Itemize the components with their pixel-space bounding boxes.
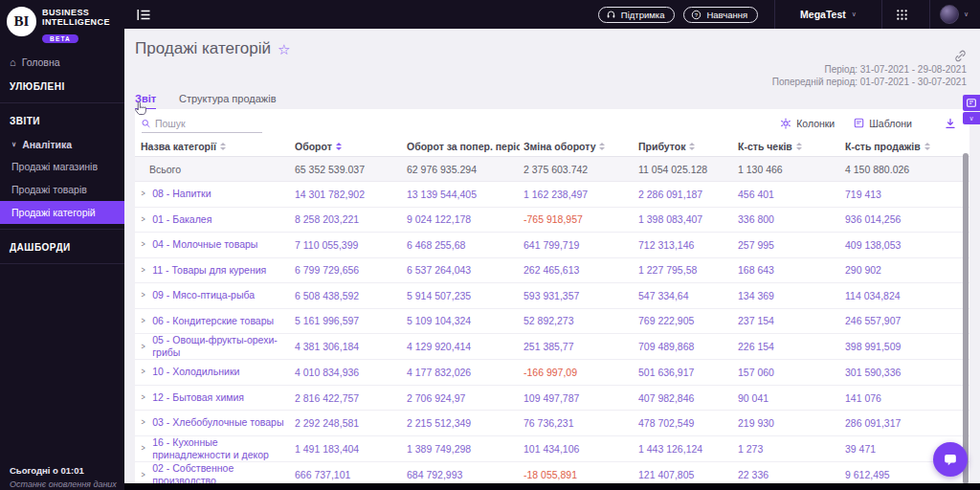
user-menu[interactable]: ∨: [930, 0, 980, 29]
column-header-sales[interactable]: К-сть продажів: [841, 141, 969, 152]
checks-value: 22 336: [734, 469, 841, 480]
table-row[interactable]: > 06 - Кондитерские товары 5 161 996,597…: [135, 309, 969, 335]
turnover-prev-value: 6 537 264,043: [403, 264, 520, 276]
turnover-change-value: 52 892,273: [520, 315, 635, 326]
chevron-down-icon: ∨: [969, 115, 973, 122]
svg-text:?: ?: [695, 11, 699, 17]
chevron-down-icon: ∨: [11, 141, 16, 148]
sales-value: 301 590,336: [841, 367, 969, 378]
turnover-value: 6 508 438,592: [291, 290, 403, 301]
total-turnover: 65 352 539.037: [291, 164, 403, 175]
expand-chevron-icon[interactable]: >: [142, 443, 145, 454]
category-name: 12 - Бытовая химия: [152, 391, 244, 404]
profit-value: 407 982,846: [635, 392, 734, 404]
sidebar-item-product-sales[interactable]: Продажі товарів: [0, 178, 124, 201]
tab-report[interactable]: Звіт: [135, 93, 156, 110]
table-body: > 08 - Напитки 14 301 782,902 13 139 544…: [135, 182, 969, 483]
table-header: Назва категорії Оборот Оборот за попер. …: [135, 137, 969, 157]
expand-chevron-icon[interactable]: >: [142, 189, 145, 199]
sidebar-group-analytics[interactable]: ∨ Аналітика: [0, 132, 124, 155]
org-selector[interactable]: MegaTest ∨: [775, 0, 874, 29]
table-row[interactable]: > 05 - Овощи-фрукты-орехи-грибы 4 381 30…: [135, 334, 969, 360]
training-button[interactable]: ? Навчання: [683, 7, 758, 23]
divider: [0, 102, 124, 103]
expand-chevron-icon[interactable]: >: [142, 342, 145, 352]
sidebar-item-category-sales[interactable]: Продажі категорій: [0, 201, 124, 224]
search-icon: [142, 119, 150, 128]
vertical-scrollbar[interactable]: [963, 153, 969, 484]
chat-button[interactable]: [933, 442, 968, 477]
turnover-value: 1 491 183,404: [291, 443, 403, 455]
expand-chevron-icon[interactable]: >: [142, 367, 145, 377]
total-sales: 4 150 880.026: [841, 164, 969, 175]
turnover-change-value: 109 497,787: [520, 392, 635, 404]
support-button[interactable]: Підтримка: [598, 7, 676, 23]
sales-value: 290 902: [841, 264, 969, 276]
question-circle-icon: ?: [691, 10, 702, 20]
turnover-prev-value: 5 914 507,235: [403, 290, 520, 301]
checks-value: 168 643: [734, 264, 841, 276]
favorite-star-icon[interactable]: ☆: [278, 42, 290, 56]
turnover-change-value: 593 931,357: [520, 290, 635, 301]
tab-sales-structure[interactable]: Структура продажів: [179, 93, 276, 110]
table-row[interactable]: > 16 - Кухонные принадлежности и декор 1…: [135, 436, 969, 462]
category-name: 04 - Молочные товары: [152, 238, 257, 251]
expand-chevron-icon[interactable]: >: [142, 265, 145, 276]
category-name: 03 - Хлебобулочные товары: [152, 416, 283, 429]
table-row[interactable]: > 04 - Молочные товары 7 110 055,399 6 4…: [135, 233, 969, 258]
sidebar-item-home[interactable]: ⌂ Головна: [0, 51, 124, 74]
sidebar-toggle-icon[interactable]: [137, 9, 151, 21]
columns-button[interactable]: Колонки: [780, 118, 835, 129]
table-row[interactable]: > 01 - Бакалея 8 258 203,221 9 024 122,1…: [135, 208, 969, 234]
table-row[interactable]: > 11 - Товары для курения 6 799 729,656 …: [135, 258, 969, 284]
column-header-turnover-change[interactable]: Зміна обороту: [520, 141, 635, 152]
table-row[interactable]: > 08 - Напитки 14 301 782,902 13 139 544…: [135, 182, 969, 208]
column-header-profit[interactable]: Прибуток: [635, 141, 734, 152]
turnover-prev-value: 4 129 920,414: [403, 341, 520, 352]
expand-chevron-icon[interactable]: >: [142, 470, 145, 480]
checks-value: 456 401: [734, 189, 841, 200]
expand-chevron-icon[interactable]: >: [142, 316, 145, 326]
expand-chevron-icon[interactable]: >: [142, 392, 145, 403]
column-header-checks[interactable]: К-сть чеків: [734, 141, 841, 152]
download-button[interactable]: [945, 118, 956, 129]
apps-grid-button[interactable]: [882, 0, 922, 29]
expand-chevron-icon[interactable]: >: [142, 290, 145, 301]
table-row[interactable]: > 09 - Мясо-птица-рыба 6 508 438,592 5 9…: [135, 283, 969, 309]
category-name: 01 - Бакалея: [152, 213, 212, 226]
sort-icon: [689, 143, 695, 150]
turnover-prev-value: 684 792,993: [403, 469, 520, 480]
search-input[interactable]: [155, 118, 262, 129]
sidebar-section-favorites: УЛЮБЛЕНІ: [0, 74, 124, 98]
sort-icon: [220, 143, 226, 150]
expand-chevron-icon[interactable]: >: [142, 214, 145, 225]
templates-button[interactable]: Шаблони: [854, 118, 912, 129]
sales-value: 719 413: [841, 189, 969, 200]
current-period: Період: 31-07-2021 - 29-08-2021: [772, 63, 967, 76]
last-update-caption: Останнє оновлення даних: [10, 479, 122, 489]
app-logo[interactable]: BI BUSINESS INTELLIGENCE BETA: [0, 0, 124, 49]
profit-value: 1 443 126,124: [635, 443, 734, 455]
category-name: 11 - Товары для курения: [152, 264, 266, 277]
category-name: 09 - Мясо-птица-рыба: [152, 289, 255, 301]
table-row[interactable]: > 03 - Хлебобулочные товары 2 292 248,58…: [135, 411, 969, 436]
turnover-prev-value: 2 706 924,97: [403, 392, 520, 404]
column-header-turnover-prev[interactable]: Оборот за попер. період: [403, 141, 520, 152]
expand-chevron-icon[interactable]: >: [142, 417, 145, 428]
home-icon: ⌂: [10, 56, 16, 68]
sidebar-item-store-sales[interactable]: Продажі магазинів: [0, 155, 124, 178]
category-name: 10 - Холодильники: [152, 366, 239, 378]
checks-value: 219 930: [734, 417, 841, 429]
column-header-name[interactable]: Назва категорії: [135, 141, 291, 152]
download-icon: [945, 118, 956, 129]
column-header-turnover[interactable]: Оборот: [291, 141, 403, 152]
turnover-change-value: -18 055,891: [520, 469, 635, 480]
expand-chevron-icon[interactable]: >: [142, 239, 145, 250]
table-row[interactable]: > 12 - Бытовая химия 2 816 422,757 2 706…: [135, 386, 969, 412]
panel-toggle-button[interactable]: [963, 95, 980, 111]
turnover-prev-value: 6 468 255,68: [403, 239, 520, 251]
table-row[interactable]: > 10 - Холодильники 4 010 834,936 4 177 …: [135, 360, 969, 386]
panel-collapse-button[interactable]: ∨: [963, 112, 980, 124]
table-row[interactable]: > 02 - Собственное производство 666 737,…: [135, 462, 969, 483]
turnover-value: 2 292 248,581: [291, 417, 403, 429]
